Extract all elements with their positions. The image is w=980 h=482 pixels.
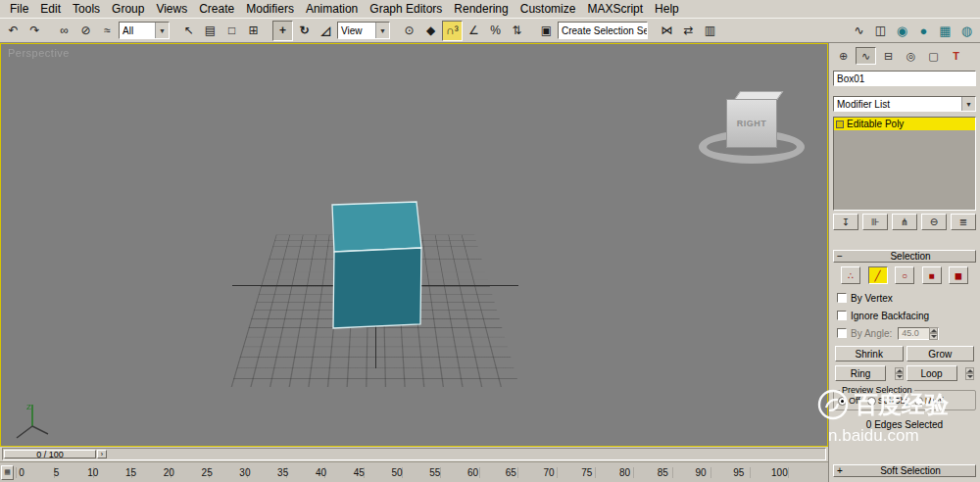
spinner-snap-icon[interactable]: ⇅ [507,21,527,41]
checkbox-box [837,328,847,338]
pin-stack-icon[interactable]: ↧ [833,214,858,230]
configure-modifier-sets-icon[interactable]: ≣ [951,214,976,230]
checkbox-box [837,311,847,320]
menu-tools[interactable]: Tools [67,1,106,17]
mini-curve-editor-button[interactable]: ▦ [1,465,14,480]
layer-manager-icon[interactable]: ▥ [700,21,720,41]
modifier-stack[interactable]: Editable Poly [833,117,976,211]
menu-graph-editors[interactable]: Graph Editors [364,1,448,17]
toolbar-separator [649,21,656,40]
redo-icon[interactable]: ↷ [24,21,45,41]
reference-coordinate-dropdown[interactable]: View ▼ [337,22,390,39]
polygon-mode-icon[interactable]: ■ [922,266,942,284]
spinner-arrows-icon[interactable] [929,327,938,340]
timeline-ruler[interactable]: 0510152025303540455055606570758085909510… [16,467,790,478]
select-and-scale-icon[interactable]: ◿ [316,21,336,41]
edit-named-selections-icon[interactable]: ▣ [536,21,557,41]
menu-animation[interactable]: Animation [300,1,364,17]
loop-spinner-icon[interactable] [965,367,974,380]
ruler-tick: 10 [87,467,98,478]
subobject-mode-row: ∴╱○■◼ [833,266,976,284]
border-mode-icon[interactable]: ○ [895,266,914,284]
align-icon[interactable]: ⇄ [678,21,699,41]
tab-motion[interactable]: ◎ [901,47,921,65]
viewcube[interactable]: RIGHT [726,99,777,148]
rect-selection-region-icon[interactable]: □ [221,21,242,41]
select-object-icon[interactable]: ↖ [178,21,199,41]
viewport-perspective[interactable]: Perspective RIGHT Z [0,43,828,447]
selection-filter-dropdown[interactable]: All ▼ [119,22,170,39]
time-slider-track[interactable]: 0 / 100 › [2,448,826,460]
loop-button[interactable]: Loop [906,365,957,381]
render-frame-icon[interactable]: ▦ [935,21,956,41]
named-selection-dropdown[interactable]: Create Selection Se ▼ [558,22,648,39]
menu-help[interactable]: Help [649,1,685,17]
edge-mode-icon[interactable]: ╱ [868,266,888,284]
menu-modifiers[interactable]: Modifiers [240,1,300,17]
ring-spinner-icon[interactable] [895,367,904,380]
selection-rollout-header[interactable]: − Selection [833,250,976,263]
menu-views[interactable]: Views [150,1,193,17]
ignore-backfacing-checkbox[interactable]: Ignore Backfacing [833,310,976,321]
tab-create[interactable]: ⊕ [833,47,854,65]
ring-button[interactable]: Ring [835,365,886,381]
use-pivot-center-icon[interactable]: ⊙ [399,21,419,41]
show-end-result-icon[interactable]: ⊪ [862,214,888,230]
select-and-rotate-icon[interactable]: ↻ [294,21,315,41]
render-setup-icon[interactable]: ● [913,21,934,41]
mirror-icon[interactable]: ⋈ [657,21,677,41]
bind-to-spacewarp-icon[interactable]: ≈ [97,21,118,41]
tab-hierarchy[interactable]: ⊟ [878,47,899,65]
menu-maxscript[interactable]: MAXScript [581,1,649,17]
vertex-mode-icon[interactable]: ∴ [841,266,860,284]
modifier-list-dropdown[interactable]: Modifier List ▼ [833,96,976,112]
tab-modify[interactable]: ∿ [856,47,876,65]
menu-create[interactable]: Create [193,1,240,17]
select-by-name-icon[interactable]: ▤ [200,21,220,41]
angle-snap-icon[interactable]: ∠ [464,21,484,41]
material-editor-icon[interactable]: ◉ [892,21,912,41]
menu-rendering[interactable]: Rendering [448,1,514,17]
stack-item-editable-poly[interactable]: Editable Poly [834,118,975,130]
menu-edit[interactable]: Edit [34,1,67,17]
menu-group[interactable]: Group [106,1,150,17]
toolbar-separator [528,21,535,40]
by-angle-field[interactable]: 45.0 [898,327,939,340]
menu-file[interactable]: File [4,1,34,17]
select-and-link-icon[interactable]: ∞ [54,21,74,41]
schematic-view-icon[interactable]: ◫ [870,21,891,41]
time-slider-handle[interactable]: 0 / 100 [4,450,96,458]
grow-button[interactable]: Grow [906,346,975,362]
checkbox-box [837,293,847,303]
element-mode-icon[interactable]: ◼ [949,266,968,284]
ruler-tick: 25 [202,467,213,478]
by-angle-checkbox[interactable]: By Angle: 45.0 [833,327,976,339]
viewport-label: Perspective [8,47,70,59]
toolbar-separator [265,21,271,40]
window-crossing-icon[interactable]: ⊞ [243,21,264,41]
next-frame-button[interactable]: › [97,450,107,458]
world-axis-tripod: Z [9,397,54,442]
snap-toggle-3d-icon[interactable]: ∩³ [442,21,463,41]
quick-render-icon[interactable]: ◍ [956,21,977,41]
make-unique-icon[interactable]: ⋔ [892,214,917,230]
by-vertex-checkbox[interactable]: By Vertex [833,292,976,304]
modifier-stack-toolbar: ↧⊪⋔⊖≣ [833,214,976,230]
track-bar[interactable]: ▦ 05101520253035404550556065707580859095… [0,461,828,482]
undo-icon[interactable]: ↶ [3,21,24,41]
menu-customize[interactable]: Customize [514,1,582,17]
curve-editor-icon[interactable]: ∿ [849,21,869,41]
remove-modifier-icon[interactable]: ⊖ [921,214,947,230]
unlink-selection-icon[interactable]: ⊘ [75,21,96,41]
select-and-manipulate-icon[interactable]: ◆ [420,21,441,41]
percent-snap-icon[interactable]: % [485,21,506,41]
ruler-tick: 5 [53,467,61,478]
soft-selection-rollout-header[interactable]: + Soft Selection [833,464,976,477]
menu-bar: FileEditToolsGroupViewsCreateModifiersAn… [0,0,980,18]
object-name-input[interactable] [833,71,976,86]
shrink-button[interactable]: Shrink [835,346,904,362]
tab-display[interactable]: ▢ [923,47,944,65]
tab-utilities[interactable]: T [946,47,966,65]
watermark-logo-icon [816,388,850,421]
select-and-move-icon[interactable]: + [272,21,293,41]
